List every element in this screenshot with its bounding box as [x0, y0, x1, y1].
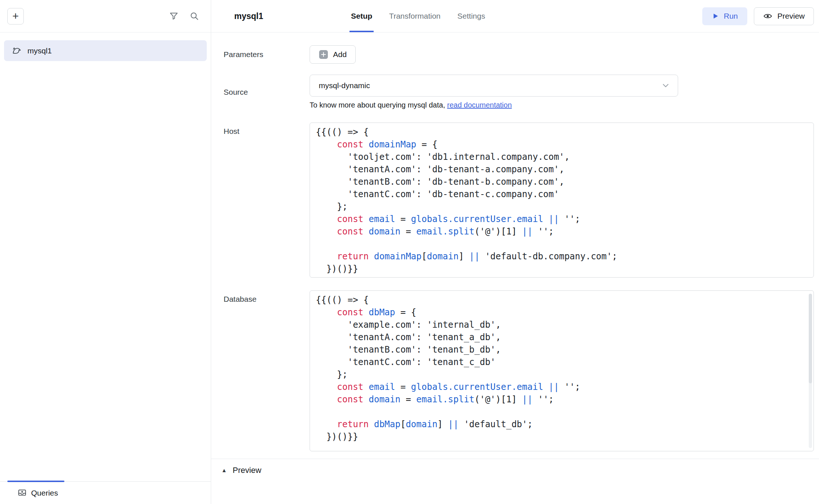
sidebar-header: +: [0, 0, 211, 33]
read-documentation-link[interactable]: read documentation: [447, 101, 512, 109]
host-label: Host: [224, 123, 310, 278]
tab-transformation[interactable]: Transformation: [388, 0, 442, 32]
run-button[interactable]: Run: [702, 7, 748, 25]
collapse-caret-icon[interactable]: ▲: [221, 467, 227, 473]
app-window: + mysql1: [0, 0, 819, 504]
database-code-editor[interactable]: {{(() => { const dbMap = { 'example.com'…: [310, 290, 814, 451]
tab-setup[interactable]: Setup: [349, 0, 374, 32]
tab-transformation-label: Transformation: [389, 12, 440, 20]
scrollbar-thumb[interactable]: [809, 294, 812, 383]
preview-button[interactable]: Preview: [754, 7, 814, 25]
queries-panel-tab-bar: Queries: [0, 481, 211, 504]
search-button[interactable]: [189, 11, 200, 22]
scrollbar-track[interactable]: [809, 294, 812, 448]
parameters-label: Parameters: [224, 50, 310, 59]
setup-form: Parameters Add Source mysql-dynamic To k…: [211, 33, 819, 459]
active-panel-indicator: [7, 481, 64, 482]
query-list-item-mysql1[interactable]: mysql1: [4, 40, 207, 61]
mysql-icon: [11, 45, 22, 56]
preview-button-label: Preview: [777, 12, 805, 20]
source-field: mysql-dynamic To know more about queryin…: [310, 75, 678, 109]
chevron-down-icon: [661, 81, 670, 90]
source-select[interactable]: mysql-dynamic: [310, 75, 678, 97]
queries-panel-label[interactable]: Queries: [31, 489, 58, 497]
tab-settings-label: Settings: [457, 12, 485, 20]
filter-icon: [169, 11, 179, 21]
query-title: mysql1: [234, 11, 263, 21]
host-code-editor[interactable]: {{(() => { const domainMap = { 'tooljet.…: [310, 123, 814, 278]
add-query-button[interactable]: +: [7, 8, 24, 25]
source-selected-value: mysql-dynamic: [319, 81, 370, 90]
query-list: mysql1: [0, 33, 211, 481]
play-icon: [712, 12, 719, 20]
eye-icon: [763, 11, 773, 21]
helper-prefix: To know more about querying mysql data,: [310, 101, 447, 109]
parameters-row: Parameters Add: [224, 45, 814, 64]
filter-button[interactable]: [168, 11, 179, 22]
search-icon: [189, 11, 199, 21]
add-parameter-label: Add: [333, 50, 347, 59]
preview-section-label[interactable]: Preview: [233, 466, 261, 475]
database-label: Database: [224, 290, 310, 451]
source-row: Source mysql-dynamic To know more about …: [224, 75, 814, 109]
run-button-label: Run: [724, 12, 738, 20]
host-row: Host {{(() => { const domainMap = { 'too…: [224, 123, 814, 278]
source-label: Source: [224, 88, 310, 97]
add-parameter-button[interactable]: Add: [310, 45, 356, 64]
query-sidebar: + mysql1: [0, 0, 211, 504]
preview-section-header: ▲ Preview: [211, 459, 819, 481]
tab-setup-label: Setup: [351, 12, 372, 20]
plus-square-icon: [319, 50, 328, 59]
query-editor-header: mysql1 Setup Transformation Settings Run…: [211, 0, 819, 33]
source-helper-text: To know more about querying mysql data, …: [310, 101, 678, 109]
database-row: Database {{(() => { const dbMap = { 'exa…: [224, 290, 814, 451]
query-editor-panel: mysql1 Setup Transformation Settings Run…: [211, 0, 819, 504]
query-item-label: mysql1: [27, 46, 52, 55]
editor-tabs: Setup Transformation Settings: [349, 0, 487, 32]
tab-settings[interactable]: Settings: [456, 0, 487, 32]
plus-icon: +: [12, 11, 19, 22]
header-actions: Run Preview: [702, 7, 814, 25]
queries-icon: [18, 488, 27, 497]
